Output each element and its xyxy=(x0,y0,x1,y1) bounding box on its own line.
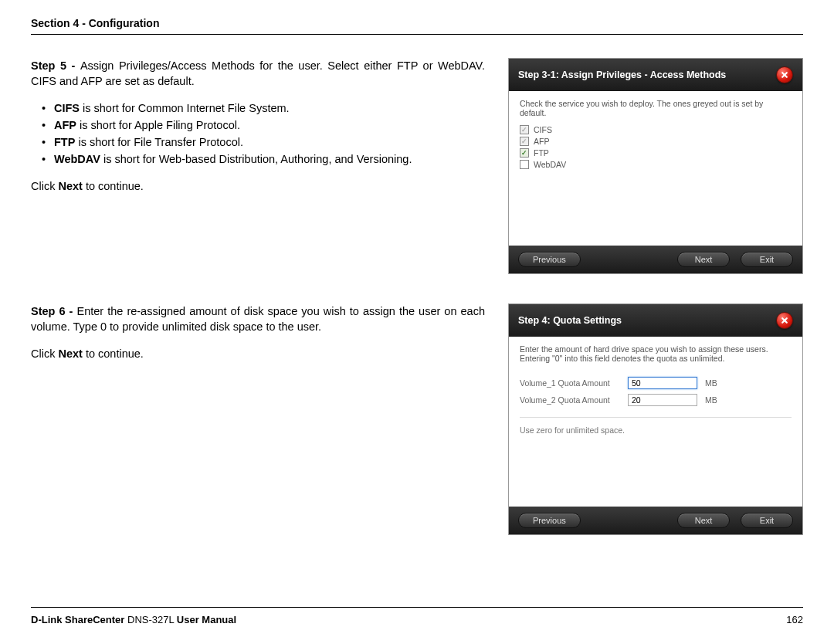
next-bold: Next xyxy=(58,180,82,192)
service-label: WebDAV xyxy=(534,160,566,169)
dialog-hint: Enter the amount of hard drive space you… xyxy=(520,344,792,363)
step5-text: Step 5 - Assign Privileges/Access Method… xyxy=(31,58,493,274)
bullet-desc: is short for Common Internet File System… xyxy=(80,102,290,114)
quota-row-1: Volume_1 Quota Amount MB xyxy=(520,377,792,389)
page-footer: D-Link ShareCenter DNS-327L User Manual … xyxy=(31,607,803,625)
step6-row: Step 6 - Enter the re-assigned amount of… xyxy=(31,303,803,535)
service-label: CIFS xyxy=(534,125,552,134)
close-icon[interactable] xyxy=(776,312,793,329)
bullet-desc: is short for Web-based Distribution, Aut… xyxy=(100,153,412,165)
exit-button[interactable]: Exit xyxy=(741,513,793,528)
step6-text: Step 6 - Enter the re-assigned amount of… xyxy=(31,303,493,535)
quota-note: Use zero for unlimited space. xyxy=(520,425,792,435)
list-item: AFP is short for Apple Filing Protocol. xyxy=(45,117,485,133)
bullet-term: CIFS xyxy=(54,102,80,114)
previous-button[interactable]: Previous xyxy=(518,252,581,267)
next-pre: Click xyxy=(31,180,58,192)
next-button[interactable]: Next xyxy=(677,252,730,267)
list-item: FTP is short for File Transfer Protocol. xyxy=(45,134,485,150)
dialog-title-bar: Step 4: Quota Settings xyxy=(509,304,802,337)
service-label: FTP xyxy=(534,148,549,158)
bullet-desc: is short for File Transfer Protocol. xyxy=(75,136,243,148)
checkbox-webdav[interactable] xyxy=(520,160,529,169)
quota-input-1[interactable] xyxy=(628,377,697,389)
service-row-webdav[interactable]: WebDAV xyxy=(520,160,792,169)
service-row-cifs: CIFS xyxy=(520,125,792,134)
dialog-footer: Previous Next Exit xyxy=(509,246,802,273)
quota-label: Volume_1 Quota Amount xyxy=(520,378,620,388)
dialog-title-bar: Step 3-1: Assign Privileges - Access Met… xyxy=(509,59,802,91)
list-item: CIFS is short for Common Internet File S… xyxy=(45,100,485,116)
checkbox-afp xyxy=(520,137,529,146)
quota-label: Volume_2 Quota Amount xyxy=(520,395,620,405)
quota-unit: MB xyxy=(705,395,717,405)
quota-input-2[interactable] xyxy=(628,394,697,406)
dialog-hint: Check the service you wish to deploy. Th… xyxy=(520,99,792,117)
footer-brand: D-Link ShareCenter xyxy=(31,614,124,625)
checkbox-ftp[interactable] xyxy=(520,148,529,158)
close-icon[interactable] xyxy=(776,66,793,83)
service-row-ftp[interactable]: FTP xyxy=(520,148,792,158)
bullet-term: AFP xyxy=(54,119,76,131)
protocol-list: CIFS is short for Common Internet File S… xyxy=(31,100,485,168)
step5-lead-bold: Step 5 - xyxy=(31,59,80,72)
next-post: to continue. xyxy=(83,180,144,192)
bullet-desc: is short for Apple Filing Protocol. xyxy=(76,119,240,131)
step5-row: Step 5 - Assign Privileges/Access Method… xyxy=(31,58,803,274)
page-number: 162 xyxy=(786,614,803,625)
bullet-term: WebDAV xyxy=(54,153,100,165)
footer-model: DNS-327L xyxy=(124,614,176,625)
service-label: AFP xyxy=(534,137,549,146)
quota-unit: MB xyxy=(705,378,717,388)
list-item: WebDAV is short for Web-based Distributi… xyxy=(45,151,485,167)
step6-lead: Enter the re-assigned amount of disk spa… xyxy=(31,305,485,333)
section-header: Section 4 - Configuration xyxy=(31,17,803,35)
quota-dialog: Step 4: Quota Settings Enter the amount … xyxy=(508,303,803,535)
step5-lead: Assign Privileges/Access Methods for the… xyxy=(31,59,485,87)
service-row-afp: AFP xyxy=(520,137,792,146)
dialog-title: Step 4: Quota Settings xyxy=(518,315,622,326)
privileges-dialog: Step 3-1: Assign Privileges - Access Met… xyxy=(508,58,803,274)
next-bold: Next xyxy=(58,347,82,360)
next-button[interactable]: Next xyxy=(677,513,730,528)
step6-lead-bold: Step 6 - xyxy=(31,305,76,317)
dialog-footer: Previous Next Exit xyxy=(509,507,802,534)
dialog-title: Step 3-1: Assign Privileges - Access Met… xyxy=(518,69,726,80)
exit-button[interactable]: Exit xyxy=(741,252,793,267)
checkbox-cifs xyxy=(520,125,529,134)
bullet-term: FTP xyxy=(54,136,75,148)
quota-row-2: Volume_2 Quota Amount MB xyxy=(520,394,792,406)
service-list: CIFS AFP FTP WebDAV xyxy=(520,125,792,169)
next-pre: Click xyxy=(31,347,58,360)
footer-manual: User Manual xyxy=(177,614,236,625)
previous-button[interactable]: Previous xyxy=(518,513,581,528)
divider xyxy=(520,417,792,418)
next-post: to continue. xyxy=(83,347,144,360)
